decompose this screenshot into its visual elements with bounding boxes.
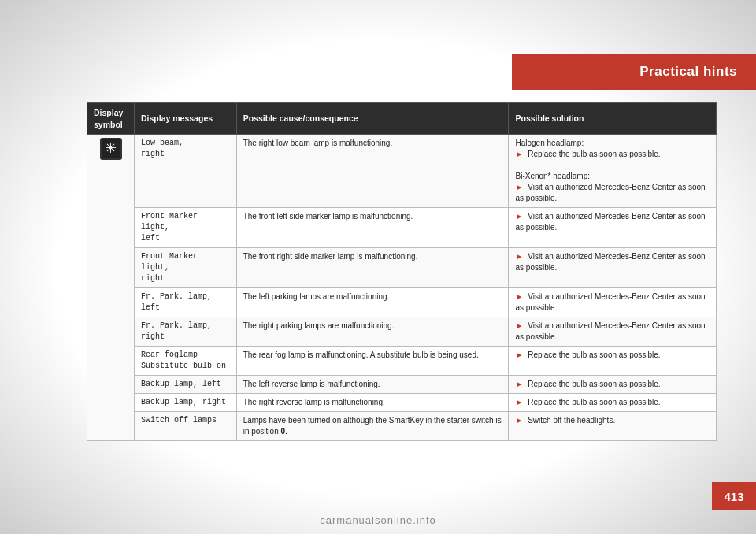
cause-cell: The right parking lamps are malfunction­…: [236, 317, 509, 347]
display-message-cell: Front Marker light,right: [135, 248, 237, 288]
solution-cell: ► Replace the bulb as soon as possible.: [509, 376, 717, 394]
table-row: Switch off lamps Lamps have been turned …: [87, 412, 717, 441]
solution-cell: ► Replace the bulb as soon as possible.: [509, 347, 717, 376]
arrow-icon: ►: [515, 292, 523, 301]
display-message-cell: Fr. Park. lamp, right: [135, 317, 237, 347]
arrow-icon: ►: [515, 150, 523, 158]
cause-cell: The front right side marker lamp is mal­…: [236, 248, 509, 288]
display-message-cell: Fr. Park. lamp, left: [135, 288, 237, 317]
display-message-cell: Backup lamp, left: [135, 376, 237, 394]
cause-cell: The left parking lamps are malfunction­i…: [236, 288, 509, 317]
solution-cell: ► Visit an authorized Mercedes-Benz Cent…: [509, 317, 717, 347]
cause-cell: The left reverse lamp is malfunctioning.: [236, 376, 509, 394]
table-row: Backup lamp, right The right reverse lam…: [87, 394, 717, 412]
table-row: Front Marker light,left The front left s…: [87, 208, 717, 248]
solution-cell: Halogen headlamp: ► Replace the bulb as …: [509, 135, 717, 208]
col-header-cause: Possible cause/consequence: [236, 103, 509, 135]
sun-warning-icon: [100, 138, 122, 160]
arrow-icon: ►: [515, 350, 523, 359]
display-message-cell: Backup lamp, right: [135, 394, 237, 412]
cause-cell: The rear fog lamp is malfunctioning. A s…: [236, 347, 509, 376]
arrow-icon: ►: [515, 183, 523, 191]
table-row: Front Marker light,right The front right…: [87, 248, 717, 288]
symbol-cell: [87, 135, 135, 441]
table-row: Low beam,right The right low beam lamp i…: [87, 135, 717, 208]
cause-cell: The right reverse lamp is malfunctioning…: [236, 394, 509, 412]
page-number-badge: 413: [712, 482, 756, 510]
page: Practical hints Display symbol Display m…: [0, 0, 756, 534]
table-row: Fr. Park. lamp, left The left parking la…: [87, 288, 717, 317]
arrow-icon: ►: [515, 416, 523, 425]
col-header-messages: Display messages: [135, 103, 237, 135]
display-message-cell: Rear foglampSubstitute bulb on: [135, 347, 237, 376]
display-message-cell: Switch off lamps: [135, 412, 237, 441]
col-header-symbol: Display symbol: [87, 103, 135, 135]
arrow-icon: ►: [515, 321, 523, 330]
arrow-icon: ►: [515, 252, 523, 261]
display-message-cell: Front Marker light,left: [135, 208, 237, 248]
header-bar: Practical hints: [512, 54, 756, 90]
solution-cell: ► Visit an authorized Mercedes-Benz Cent…: [509, 288, 717, 317]
solution-cell: ► Switch off the headlights.: [509, 412, 717, 441]
arrow-icon: ►: [515, 212, 523, 221]
cause-cell: The front left side marker lamp is mal­f…: [236, 208, 509, 248]
solution-cell: ► Visit an authorized Mercedes-Benz Cent…: [509, 208, 717, 248]
table-row: Rear foglampSubstitute bulb on The rear …: [87, 347, 717, 376]
page-number-text: 413: [724, 490, 743, 503]
page-title: Practical hints: [639, 64, 737, 80]
col-header-solution: Possible solution: [509, 103, 717, 135]
cause-cell: The right low beam lamp is malfunction­i…: [236, 135, 509, 208]
table-row: Backup lamp, left The left reverse lamp …: [87, 376, 717, 394]
watermark: carmanualsonline.info: [0, 514, 756, 526]
arrow-icon: ►: [515, 380, 523, 388]
display-message-cell: Low beam,right: [135, 135, 237, 208]
main-table: Display symbol Display messages Possible…: [87, 102, 717, 441]
solution-cell: ► Replace the bulb as soon as possible.: [509, 394, 717, 412]
solution-cell: ► Visit an authorized Mercedes-Benz Cent…: [509, 248, 717, 288]
table-row: Fr. Park. lamp, right The right parking …: [87, 317, 717, 347]
cause-cell: Lamps have been turned on although the S…: [236, 412, 509, 441]
arrow-icon: ►: [515, 398, 523, 406]
